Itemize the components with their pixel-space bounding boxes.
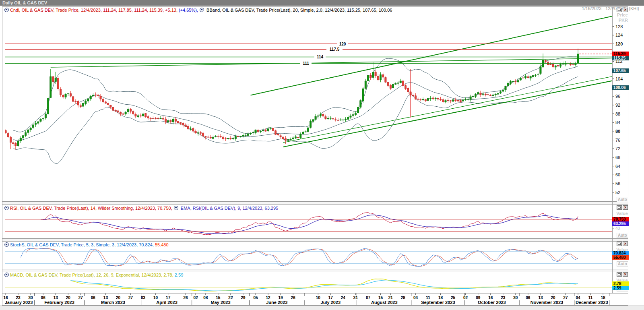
price-auto-scale-button[interactable]: Auto [617, 197, 628, 202]
svg-text:November 2023: November 2023 [530, 300, 563, 305]
close-icon[interactable] [623, 272, 628, 277]
svg-text:26: 26 [291, 296, 296, 300]
rsi-panel-window-controls [617, 205, 629, 210]
svg-text:06: 06 [91, 296, 96, 300]
candle-legend-text: Cndl, OIL & GAS DEV, Trade Price, 12/4/2… [10, 8, 178, 12]
restore-icon[interactable] [617, 8, 622, 12]
charting-app: Daily OIL & GAS DEV 1/16/2023 - 12/20/20… [0, 0, 644, 310]
svg-text:August 2023: August 2023 [371, 300, 397, 305]
svg-text:92: 92 [615, 103, 620, 107]
stoch-panel-legend: StochS, OIL & GAS DEV, Trade Price, 5, 3… [4, 242, 169, 247]
svg-text:11: 11 [426, 296, 430, 300]
close-icon[interactable] [623, 8, 628, 12]
chart-canvas[interactable]: 120117.511411112812412011210496928884807… [0, 0, 644, 310]
stoch-auto-scale-button[interactable]: Auto [617, 261, 628, 267]
svg-text:84: 84 [615, 120, 620, 125]
svg-text:11: 11 [588, 296, 593, 300]
svg-text:114: 114 [317, 55, 324, 59]
price-axis-unit: Price PKR [612, 12, 628, 23]
svg-text:76: 76 [615, 138, 620, 143]
collapse-ema-icon[interactable] [174, 206, 178, 210]
svg-text:20: 20 [116, 296, 121, 300]
svg-text:December 2023: December 2023 [576, 300, 608, 305]
svg-text:March 2023: March 2023 [101, 300, 125, 305]
svg-text:22: 22 [228, 296, 233, 300]
svg-text:96: 96 [615, 94, 620, 99]
svg-text:02: 02 [193, 296, 198, 300]
svg-text:27: 27 [128, 296, 133, 300]
svg-text:June 2023: June 2023 [266, 300, 287, 305]
macd-panel-legend: MACD, OIL & GAS DEV, Trade Price(Last), … [4, 273, 183, 277]
svg-text:06: 06 [41, 296, 46, 300]
rsi-ema-legend-text: EMA, RSI(OIL & GAS DEV), 9, 12/4/2023, 6… [180, 206, 278, 211]
axis-value-label: 107.65 [612, 68, 629, 73]
restore-icon[interactable] [617, 242, 622, 246]
axis-unit-title: Price [612, 12, 628, 18]
svg-text:25: 25 [451, 296, 456, 300]
candle-change-pct: (+4.65%), [178, 8, 198, 12]
svg-text:16: 16 [488, 296, 493, 300]
svg-text:68: 68 [615, 155, 620, 160]
svg-text:July 2023: July 2023 [321, 300, 341, 305]
svg-text:24: 24 [341, 296, 346, 300]
svg-text:60: 60 [615, 172, 620, 177]
svg-text:April 2023: April 2023 [156, 300, 178, 305]
svg-text:09: 09 [476, 296, 481, 300]
collapse-bband-icon[interactable] [200, 8, 204, 12]
svg-text:October 2023: October 2023 [478, 300, 506, 305]
svg-text:10: 10 [153, 296, 158, 300]
axis-value-label: 2.78 [612, 281, 629, 286]
svg-text:30: 30 [513, 296, 518, 300]
close-icon[interactable] [623, 242, 628, 246]
svg-text:15: 15 [378, 296, 383, 300]
svg-text:80: 80 [615, 129, 620, 134]
svg-text:124: 124 [615, 33, 623, 37]
svg-text:May 2023: May 2023 [211, 300, 231, 305]
svg-text:16: 16 [3, 296, 8, 300]
svg-text:21: 21 [388, 296, 393, 300]
svg-text:02: 02 [463, 296, 468, 300]
svg-text:13: 13 [103, 296, 108, 300]
svg-text:18: 18 [438, 296, 443, 300]
svg-text:23: 23 [501, 296, 506, 300]
axis-value-label: 115.39 [612, 52, 629, 56]
axis-value-label: 70.750 [612, 217, 629, 221]
svg-text:120: 120 [615, 41, 623, 46]
svg-text:31: 31 [353, 296, 358, 300]
svg-text:13: 13 [54, 296, 58, 300]
svg-text:17: 17 [328, 296, 333, 300]
svg-text:27: 27 [78, 296, 83, 300]
svg-text:15: 15 [216, 296, 221, 300]
svg-text:23: 23 [16, 296, 21, 300]
svg-text:30: 30 [29, 296, 33, 300]
axis-value-label: 55.480 [612, 255, 629, 260]
price-panel-legend: Cndl, OIL & GAS DEV, Trade Price, 12/4/2… [4, 8, 392, 12]
svg-text:February 2023: February 2023 [44, 300, 74, 305]
collapse-candle-icon[interactable] [4, 8, 9, 12]
svg-text:28: 28 [401, 296, 406, 300]
axis-value-label: 115.25 [612, 56, 629, 60]
axis-value-label: 100.06 [612, 85, 629, 90]
collapse-stoch-icon[interactable] [4, 242, 9, 247]
svg-text:26: 26 [184, 296, 188, 300]
svg-text:04: 04 [413, 296, 418, 300]
bottom-strip [0, 306, 644, 310]
svg-text:104: 104 [615, 76, 623, 81]
svg-text:88: 88 [615, 112, 620, 116]
collapse-rsi-icon[interactable] [4, 206, 9, 210]
collapse-macd-icon[interactable] [4, 273, 9, 277]
close-icon[interactable] [623, 205, 628, 210]
stoch-d-value: 55.480 [154, 242, 169, 247]
bband-legend-text: BBand, OIL & GAS DEV, Trade Price(Last),… [205, 8, 392, 12]
axis-unit-title: Value [612, 211, 628, 216]
svg-text:10: 10 [316, 296, 321, 300]
svg-text:05: 05 [253, 296, 258, 300]
svg-text:18: 18 [601, 296, 606, 300]
restore-icon[interactable] [617, 205, 622, 210]
svg-text:111: 111 [303, 61, 309, 66]
svg-text:20: 20 [66, 296, 71, 300]
restore-icon[interactable] [617, 272, 622, 277]
svg-text:27: 27 [563, 296, 568, 300]
rsi-auto-scale-button[interactable]: Auto [617, 233, 628, 238]
svg-text:January 2023: January 2023 [5, 300, 33, 305]
